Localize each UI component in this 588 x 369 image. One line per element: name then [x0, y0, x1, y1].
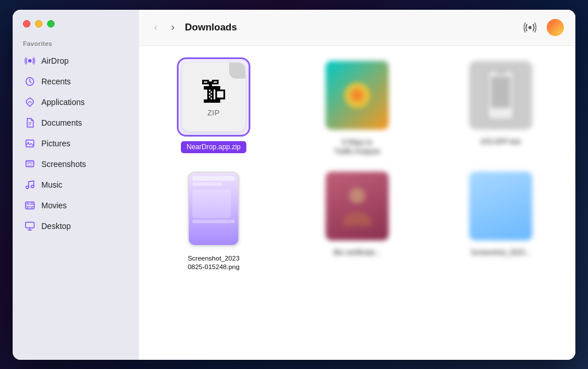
screenshots-icon	[24, 158, 36, 170]
file-icon-wrapper-neardrop: 🗜 ZIP	[177, 57, 250, 137]
sidebar-item-airdrop[interactable]: AirDrop	[16, 51, 136, 71]
file-item-neardrop[interactable]: 🗜 ZIP NearDrop.app.zip	[150, 57, 277, 157]
pictures-icon	[24, 138, 36, 149]
sidebar-item-music[interactable]: Music	[16, 175, 136, 195]
file-name-phone: iOS APP test	[481, 138, 520, 147]
back-button[interactable]: ‹	[150, 19, 161, 36]
file-name-article: 6 Ways toTraffic Analysis	[334, 138, 380, 157]
file-icon-wrapper-screenshot	[184, 168, 243, 250]
svg-rect-22	[488, 71, 514, 120]
file-icon-wrapper-article	[322, 57, 392, 133]
sidebar-item-documents[interactable]: Documents	[16, 113, 136, 133]
zip-zipper-icon: 🗜	[200, 76, 227, 107]
file-icon-wrapper-phone	[466, 57, 536, 133]
sidebar-item-movies[interactable]: Movies	[16, 196, 136, 215]
svg-point-25	[349, 188, 365, 204]
zip-type-label: ZIP	[207, 108, 220, 117]
sidebar-item-desktop[interactable]: Desktop	[16, 216, 136, 236]
sidebar: Favorites AirDrop Re	[13, 10, 139, 360]
avatar[interactable]	[547, 19, 564, 36]
svg-rect-23	[491, 76, 510, 108]
person-thumbnail	[326, 172, 389, 240]
finder-window: Favorites AirDrop Re	[13, 10, 575, 360]
svg-point-18	[528, 26, 532, 29]
file-item-screenshot[interactable]: Screenshot_20230825-015248.png	[150, 168, 277, 271]
file-name-screenshot: Screenshot_20230825-015248.png	[188, 254, 239, 271]
applications-icon	[24, 96, 36, 108]
maximize-button[interactable]	[47, 20, 55, 28]
desktop-icon	[24, 220, 36, 232]
svg-rect-4	[26, 140, 34, 147]
sidebar-item-label: Music	[41, 180, 63, 189]
forward-button[interactable]: ›	[168, 19, 178, 36]
svg-rect-10	[26, 202, 34, 209]
blue-thumbnail	[469, 172, 532, 240]
file-item-blue[interactable]: Screenshot_2023...	[438, 168, 564, 271]
sidebar-item-applications[interactable]: Applications	[16, 92, 136, 112]
file-grid: 🗜 ZIP NearDrop.app.zip 6 Ways toT	[139, 46, 575, 360]
file-item-phone-app[interactable]: iOS APP test	[438, 57, 564, 157]
sidebar-item-label: Recents	[41, 77, 71, 86]
svg-rect-19	[550, 22, 561, 33]
svg-point-0	[28, 59, 32, 63]
file-name-person: Bio certificate...	[334, 248, 381, 258]
svg-point-9	[31, 185, 34, 188]
file-item-article[interactable]: 6 Ways toTraffic Analysis	[294, 57, 420, 157]
svg-rect-17	[26, 222, 34, 228]
file-item-person[interactable]: Bio certificate...	[294, 168, 420, 271]
favorites-label: Favorites	[13, 36, 139, 51]
sidebar-item-label: Screenshots	[41, 160, 86, 169]
svg-point-21	[351, 88, 364, 102]
file-name-neardrop: NearDrop.app.zip	[181, 141, 246, 154]
svg-rect-24	[497, 72, 505, 73]
svg-point-8	[26, 186, 29, 189]
file-icon-wrapper-blue	[466, 168, 536, 244]
svg-point-20	[345, 82, 370, 108]
sidebar-item-label: Movies	[41, 201, 67, 210]
minimize-button[interactable]	[35, 20, 42, 28]
main-content: ‹ › Downloads	[139, 10, 575, 360]
sidebar-item-label: Pictures	[41, 139, 71, 148]
airdrop-share-button[interactable]	[520, 18, 540, 37]
sidebar-item-pictures[interactable]: Pictures	[16, 134, 136, 153]
toolbar: ‹ › Downloads	[139, 10, 575, 46]
screenshot-thumbnail	[188, 172, 239, 246]
airdrop-icon	[24, 55, 36, 67]
close-button[interactable]	[23, 20, 30, 28]
traffic-lights	[13, 10, 139, 36]
sidebar-item-label: Desktop	[41, 222, 71, 231]
sidebar-item-label: Applications	[41, 98, 85, 107]
sidebar-item-screenshots[interactable]: Screenshots	[16, 154, 136, 174]
zip-file-icon: 🗜 ZIP	[182, 63, 245, 131]
file-name-blue: Screenshot_2023...	[471, 248, 531, 258]
music-icon	[24, 179, 36, 191]
movies-icon	[24, 200, 36, 211]
sidebar-item-recents[interactable]: Recents	[16, 72, 136, 91]
svg-rect-6	[26, 161, 34, 167]
svg-rect-7	[28, 163, 32, 165]
article-thumbnail	[326, 61, 389, 130]
phone-thumbnail	[469, 61, 532, 130]
recents-icon	[24, 76, 36, 87]
documents-icon	[24, 117, 36, 129]
folder-title: Downloads	[185, 22, 513, 33]
sidebar-item-label: AirDrop	[41, 56, 68, 65]
file-icon-wrapper-person	[322, 168, 392, 244]
sidebar-item-label: Documents	[41, 118, 82, 127]
